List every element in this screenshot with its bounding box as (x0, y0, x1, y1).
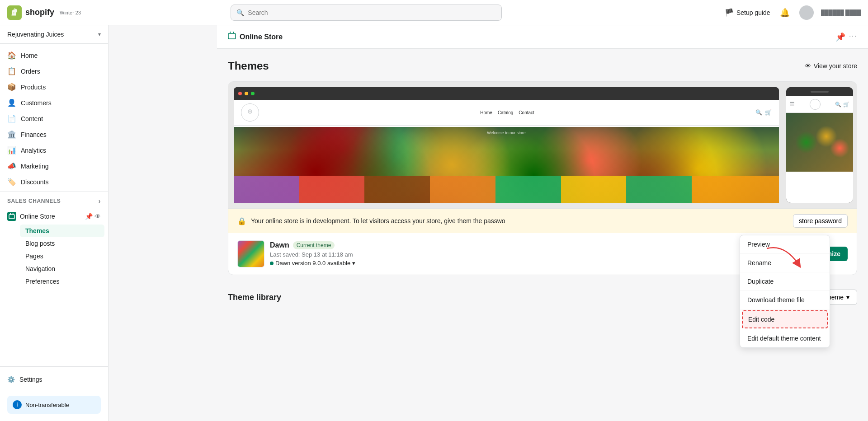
sidebar-home-label: Home (21, 52, 38, 59)
add-theme-dropdown-icon: ▾ (846, 294, 849, 301)
desktop-preview: Home Catalog Contact 🔍 🛒 (228, 82, 784, 208)
sidebar-finances-label: Finances (21, 131, 47, 138)
theme-version: Dawn version 9.0.0 available ▾ (270, 260, 355, 267)
sidebar: Rejuvenating Juices ▾ 🏠 Home 📋 Orders 📦 … (0, 0, 108, 421)
sidebar-orders-label: Orders (21, 68, 40, 75)
browser-dot-red (238, 92, 242, 95)
sidebar-analytics-label: Analytics (21, 147, 46, 154)
subnav-item-navigation[interactable]: Navigation (20, 262, 104, 275)
edit-default-label: Edit default theme content (747, 335, 821, 342)
flag-icon: 🏴 (725, 8, 734, 17)
sidebar-nav: 🏠 Home 📋 Orders 📦 Products 👤 Customers 📄… (0, 44, 108, 366)
set-store-password-button[interactable]: store password (793, 214, 848, 228)
shopify-wordmark: shopify (25, 8, 54, 17)
sidebar-bottom: ⚙️ Settings (0, 366, 108, 392)
user-info: ██████ ████ (821, 9, 861, 16)
mobile-icons: 🔍 🛒 (835, 102, 849, 108)
setup-guide-button[interactable]: 🏴 Setup guide (725, 8, 770, 17)
secondary-nav-right: 📌 ··· (835, 32, 857, 42)
sidebar-item-content[interactable]: 📄 Content (0, 111, 108, 126)
warning-text: Your online store is in development. To … (251, 217, 788, 225)
dropdown-item-edit-code[interactable]: Edit code (742, 310, 828, 328)
version-dropdown-icon[interactable]: ▾ (352, 260, 355, 267)
svg-rect-2 (228, 33, 236, 39)
theme-name-row: Dawn Current theme (270, 241, 355, 249)
sidebar-item-home[interactable]: 🏠 Home (0, 47, 108, 63)
subnav-item-themes[interactable]: Themes (20, 225, 104, 237)
sidebar-item-analytics[interactable]: 📊 Analytics (0, 142, 108, 158)
notifications-button[interactable]: 🔔 (778, 5, 792, 20)
store-name: Rejuvenating Juices (7, 31, 64, 38)
search-input-wrapper[interactable]: 🔍 (231, 5, 502, 21)
mobile-logo (810, 99, 821, 110)
non-transferable-label: Non-transferable (25, 402, 69, 408)
svg-rect-1 (9, 215, 14, 219)
shopify-logo-icon (7, 5, 22, 20)
search-input[interactable] (248, 9, 496, 16)
sidebar-item-products[interactable]: 📦 Products (0, 79, 108, 95)
products-icon: 📦 (7, 83, 16, 91)
avatar[interactable] (799, 5, 814, 20)
mobile-hero (786, 113, 853, 172)
search-icon: 🔍 (236, 9, 244, 16)
sales-channels-label: Sales channels (7, 198, 61, 204)
sidebar-content-label: Content (21, 115, 43, 122)
secondary-more-icon[interactable]: ··· (849, 32, 857, 42)
secondary-nav: Online Store 📌 ··· (217, 25, 868, 49)
view-store-button[interactable]: 👁 View your store (805, 62, 857, 70)
mobile-search-icon: 🔍 (835, 102, 841, 108)
customers-icon: 👤 (7, 98, 16, 107)
subnav-item-blog-posts[interactable]: Blog posts (20, 237, 104, 250)
mobile-preview: ☰ 🔍 🛒 (784, 82, 857, 208)
finances-icon: 🏛️ (7, 130, 16, 139)
nav-home: Home (480, 110, 492, 115)
store-selector[interactable]: Rejuvenating Juices ▾ (0, 25, 108, 44)
sidebar-marketing-label: Marketing (21, 163, 48, 170)
dropdown-item-duplicate[interactable]: Duplicate (740, 272, 830, 291)
store-logo-placeholder (241, 103, 259, 122)
theme-thumbnail (237, 240, 264, 267)
eye-view-icon: 👁 (805, 62, 811, 70)
sales-channels-arrow-icon[interactable]: › (99, 197, 101, 205)
pin-icon[interactable]: 📌 (85, 213, 93, 220)
dropdown-item-rename[interactable]: Rename (740, 254, 830, 272)
settings-nav-item[interactable]: ⚙️ Settings (7, 372, 101, 387)
preview-label: Preview (747, 241, 770, 248)
sidebar-item-finances[interactable]: 🏛️ Finances (0, 126, 108, 142)
dropdown-item-edit-default[interactable]: Edit default theme content (740, 329, 830, 347)
sidebar-item-customers[interactable]: 👤 Customers (0, 95, 108, 111)
subnav-item-pages[interactable]: Pages (20, 250, 104, 262)
online-store-label: Online Store (20, 213, 81, 220)
secondary-nav-title: Online Store (240, 33, 283, 41)
online-store-actions: 📌 👁 (85, 213, 101, 220)
online-store-nav-icon (228, 32, 236, 42)
theme-actions-dropdown: Preview Rename Duplicate Download theme … (740, 235, 830, 348)
sidebar-customers-label: Customers (21, 99, 52, 107)
online-store-nav-item[interactable]: Online Store 📌 👁 (4, 208, 104, 225)
current-theme-badge: Current theme (293, 241, 335, 249)
version-available-dot (270, 262, 274, 265)
lock-icon: 🔒 (237, 217, 246, 225)
download-label: Download theme file (747, 296, 805, 304)
hamburger-icon: ☰ (790, 101, 795, 108)
sidebar-item-discounts[interactable]: 🏷️ Discounts (0, 174, 108, 190)
browser-content: Home Catalog Contact 🔍 🛒 (234, 100, 779, 203)
page-content: Themes 👁 View your store (217, 49, 868, 319)
store-hero-image: Welcome to our store (234, 127, 779, 203)
settings-icon: ⚙️ (7, 376, 15, 383)
online-store-icon (7, 212, 16, 221)
dropdown-item-download[interactable]: Download theme file (740, 291, 830, 309)
development-warning-banner: 🔒 Your online store is in development. T… (228, 208, 857, 233)
eye-icon[interactable]: 👁 (94, 213, 101, 220)
subnav-item-preferences[interactable]: Preferences (20, 275, 104, 288)
sidebar-item-marketing[interactable]: 📣 Marketing (0, 158, 108, 174)
sidebar-item-orders[interactable]: 📋 Orders (0, 63, 108, 79)
dropdown-item-preview[interactable]: Preview (740, 235, 830, 254)
browser-chrome: Home Catalog Contact 🔍 🛒 (234, 87, 779, 203)
cart-store-icon: 🛒 (765, 109, 772, 116)
browser-dot-yellow (245, 92, 248, 95)
secondary-pin-icon[interactable]: 📌 (835, 32, 845, 42)
sales-channels-section: Sales channels › (0, 194, 108, 208)
store-welcome-text: Welcome to our store (487, 131, 525, 135)
duplicate-label: Duplicate (747, 278, 774, 285)
